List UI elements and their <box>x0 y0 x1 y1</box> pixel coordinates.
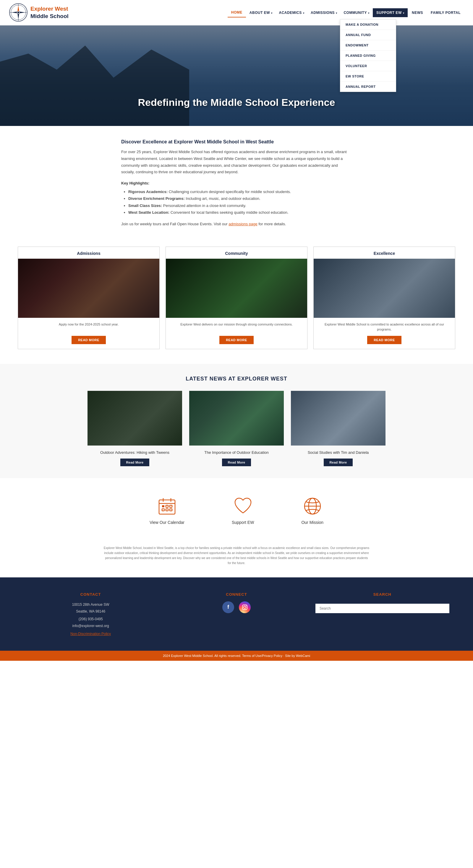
card-admissions-title: Admissions <box>74 247 103 259</box>
intro-cta: Join us for weekly tours and Fall Open H… <box>121 221 352 228</box>
svg-rect-18 <box>162 509 164 511</box>
calendar-label: View Our Calendar <box>150 520 185 525</box>
dropdown-item-store[interactable]: EW STORE <box>340 71 396 82</box>
copyright-bar: 2024 Explorer West Middle School. All ri… <box>0 651 473 661</box>
support-dropdown: MAKE A DONATION ANNUAL FUND ENDOWMENT PL… <box>340 19 396 92</box>
news-title-2: The Importance of Outdoor Education <box>204 450 269 456</box>
news-title-3: Social Studies with Tim and Daniela <box>308 450 369 456</box>
card-excellence-image <box>314 259 455 318</box>
nav-home[interactable]: HOME <box>228 8 246 18</box>
news-btn-1[interactable]: Read More <box>120 459 150 466</box>
highlights-list: Rigorous Academics: Challenging curricul… <box>121 188 352 216</box>
card-excellence-btn[interactable]: READ MORE <box>367 336 402 344</box>
compass-logo-icon <box>9 3 28 22</box>
dropdown-item-endowment[interactable]: ENDOWMENT <box>340 40 396 51</box>
dropdown-item-planned-giving[interactable]: PLANNED GIVING <box>340 51 396 61</box>
footer-contact-col: CONTACT 10015 28th Avenue SWSeattle, WA … <box>24 592 158 636</box>
footer-contact-title: CONTACT <box>24 592 158 597</box>
card-excellence-title: Excellence <box>371 247 398 259</box>
news-item-2: The Importance of Outdoor Education Read… <box>189 391 284 466</box>
intro-title: Discover Excellence at Explorer West Mid… <box>121 139 352 145</box>
footer-bottom: CONTACT 10015 28th Avenue SWSeattle, WA … <box>0 578 473 651</box>
dropdown-item-annual-report[interactable]: ANNUAL REPORT <box>340 82 396 92</box>
globe-label: Our Mission <box>301 520 323 525</box>
svg-marker-3 <box>18 13 19 20</box>
footer-search-input[interactable] <box>315 604 449 613</box>
nav-admissions[interactable]: ADMISSIONS ▾ <box>308 8 340 17</box>
footer-connect-title: CONNECT <box>169 592 303 597</box>
dropdown-item-annual-fund[interactable]: ANNUAL FUND <box>340 30 396 40</box>
nav-news[interactable]: NEWS <box>408 8 427 17</box>
card-admissions: Admissions Apply now for the 2024-2025 s… <box>18 247 160 349</box>
news-btn-3[interactable]: Read More <box>324 459 353 466</box>
news-image-1 <box>88 391 182 445</box>
nav-support[interactable]: SUPPORT EW ▾ <box>373 8 408 17</box>
card-admissions-btn[interactable]: READ MORE <box>71 336 106 344</box>
highlight-item: Small Class Sizes: Personalized attentio… <box>128 202 352 209</box>
footer-search-title: SEARCH <box>315 592 449 597</box>
card-community: Community Explorer West delivers on our … <box>165 247 308 349</box>
svg-marker-2 <box>18 5 19 12</box>
footer-contact-phone[interactable]: (206) 935-0495 <box>24 616 158 623</box>
news-item-1: Outdoor Adventures: Hiking with Tweens R… <box>88 391 182 466</box>
intro-section: Discover Excellence at Explorer West Mid… <box>115 139 358 227</box>
card-excellence: Excellence Explorer West Middle School i… <box>313 247 455 349</box>
news-grid: Outdoor Adventures: Hiking with Tweens R… <box>24 391 449 466</box>
heart-icon <box>233 496 253 517</box>
news-title-1: Outdoor Adventures: Hiking with Tweens <box>100 450 169 456</box>
card-community-btn[interactable]: READ MORE <box>219 336 254 344</box>
highlight-item: Rigorous Academics: Challenging curricul… <box>128 188 352 195</box>
intro-body: For over 25 years, Explorer West Middle … <box>121 149 352 176</box>
logo[interactable]: Explorer WestMiddle School <box>9 3 69 22</box>
card-excellence-desc: Explorer West Middle School is committed… <box>314 318 455 336</box>
footer-nondiscrimination-link[interactable]: Non-Discrimination Policy <box>24 632 158 636</box>
facebook-icon[interactable]: f <box>222 601 234 613</box>
highlight-item: West Seattle Location: Convenient for lo… <box>128 209 352 216</box>
calendar-icon-item[interactable]: View Our Calendar <box>150 496 185 525</box>
news-btn-2[interactable]: Read More <box>222 459 251 466</box>
cards-section: Admissions Apply now for the 2024-2025 s… <box>0 241 473 364</box>
highlight-item: Diverse Enrichment Programs: Including a… <box>128 195 352 202</box>
footer-contact-address: 10015 28th Avenue SWSeattle, WA 98146 <box>24 601 158 615</box>
card-admissions-desc: Apply now for the 2024-2025 school year. <box>54 318 123 336</box>
card-community-image <box>166 259 307 318</box>
heart-label: Support EW <box>232 520 254 525</box>
svg-rect-15 <box>162 505 164 507</box>
instagram-icon[interactable] <box>239 601 251 613</box>
svg-point-6 <box>18 11 19 13</box>
social-icons-row: f <box>169 601 303 613</box>
dropdown-item-donate[interactable]: MAKE A DONATION <box>340 20 396 30</box>
highlights-title: Key Highlights: <box>121 181 352 185</box>
hero-section: Redefining the Middle School Experience <box>0 25 473 126</box>
svg-marker-4 <box>11 11 18 13</box>
footer-contact-email[interactable]: info@explorer-west.org <box>24 623 158 629</box>
svg-rect-17 <box>170 505 172 507</box>
nav-family-portal[interactable]: FAMILY PORTAL <box>427 8 464 17</box>
globe-icon-item[interactable]: Our Mission <box>301 496 323 525</box>
svg-point-25 <box>244 606 246 609</box>
svg-point-26 <box>246 605 247 606</box>
card-community-desc: Explorer West delivers on our mission th… <box>176 318 297 336</box>
header: Explorer WestMiddle School HOME ABOUT EW… <box>0 0 473 25</box>
card-admissions-image <box>18 259 159 318</box>
news-image-3 <box>291 391 385 445</box>
card-community-title: Community <box>222 247 251 259</box>
svg-marker-5 <box>19 11 25 13</box>
about-text: Explorer West Middle School, located in … <box>103 546 370 565</box>
admissions-link[interactable]: admissions page <box>228 222 257 226</box>
footer-search-col: SEARCH <box>315 592 449 636</box>
footer-icons-section: View Our Calendar Support EW Our Mission <box>0 478 473 539</box>
news-image-2 <box>189 391 284 445</box>
svg-rect-19 <box>166 509 168 511</box>
nav-academics[interactable]: ACADEMICS ▾ <box>276 8 308 17</box>
news-item-3: Social Studies with Tim and Daniela Read… <box>291 391 385 466</box>
news-section-title: LATEST NEWS AT EXPLORER WEST <box>24 376 449 382</box>
calendar-icon <box>157 496 177 517</box>
nav-about[interactable]: ABOUT EW ▾ <box>247 8 276 17</box>
dropdown-item-volunteer[interactable]: VOLUNTEER <box>340 61 396 71</box>
heart-icon-item[interactable]: Support EW <box>232 496 254 525</box>
main-nav: HOME ABOUT EW ▾ ACADEMICS ▾ ADMISSIONS ▾… <box>228 8 464 18</box>
nav-community[interactable]: COMMUNITY ▾ <box>341 8 372 17</box>
logo-text: Explorer WestMiddle School <box>30 5 69 20</box>
footer-connect-col: CONNECT f <box>169 592 303 636</box>
